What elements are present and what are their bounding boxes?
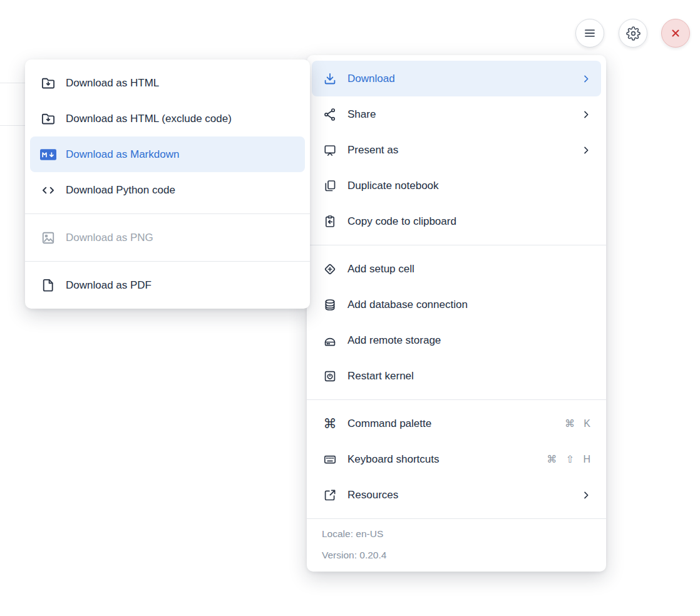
chevron-right-icon [581,110,591,120]
chevron-right-icon [581,74,591,84]
image-icon [40,230,56,246]
submenu-section-image: Download as PNG [25,213,310,261]
folder-download-icon [40,75,56,91]
submenu-item-download-as-html[interactable]: Download as HTML [30,65,305,101]
remote-storage-icon [322,332,338,349]
version-info: Version: 0.20.4 [322,545,591,566]
page-background: Download Share [0,0,700,616]
shortcut-hint: ⌘ ⇧ H [547,453,591,465]
download-icon [322,71,338,87]
menu-item-label: Resources [347,489,572,501]
menu-item-duplicate-notebook[interactable]: Duplicate notebook [312,168,601,203]
code-icon [40,182,56,198]
menu-footer: Locale: en-US Version: 0.20.4 [307,518,606,572]
menu-item-add-database-connection[interactable]: Add database connection [312,287,601,322]
menu-section-notebook: Add setup cell Add database connection [307,245,606,399]
copy-clipboard-icon [322,213,338,230]
menu-item-add-setup-cell[interactable]: Add setup cell [312,251,601,287]
menu-item-download[interactable]: Download [312,61,601,96]
chevron-right-icon [581,145,591,155]
page-rule [0,125,28,126]
menu-item-resources[interactable]: Resources [312,477,601,513]
submenu-item-download-as-markdown[interactable]: Download as Markdown [30,136,305,172]
menu-item-label: Add setup cell [347,263,591,275]
add-cell-icon [322,261,338,277]
shortcut-hint: ⌘ K [565,418,591,429]
menu-item-label: Download as HTML [66,77,295,90]
settings-button[interactable] [619,19,647,48]
locale-info: Locale: en-US [322,523,591,545]
menu-item-restart-kernel[interactable]: Restart kernel [312,358,601,394]
menu-item-label: Add remote storage [347,334,591,347]
menu-section-export: Download Share [307,55,606,245]
page-rule [0,83,28,83]
database-icon [322,297,338,313]
menu-section-help: ⌘ Command palette ⌘ K Keyboard shortcuts… [307,399,606,518]
keyboard-icon [322,451,338,468]
menu-item-label: Present as [347,144,572,157]
menu-item-label: Keyboard shortcuts [347,453,537,466]
menu-item-label: Download [347,73,572,85]
hamburger-menu-button[interactable] [575,19,604,48]
download-submenu: Download as HTML Download as HTML (exclu… [25,59,310,309]
menu-item-label: Download as HTML (exclude code) [66,113,295,125]
menu-item-share[interactable]: Share [312,96,601,132]
markdown-icon [40,146,56,163]
menu-item-copy-code[interactable]: Copy code to clipboard [312,203,601,239]
file-icon [40,277,56,294]
menu-item-label: Download as PNG [66,232,295,244]
share-icon [322,106,338,123]
close-button[interactable] [661,19,690,48]
duplicate-icon [322,178,338,194]
restart-kernel-icon [322,368,338,384]
menu-item-label: Download as Markdown [66,148,295,161]
submenu-item-download-as-pdf[interactable]: Download as PDF [30,267,305,303]
external-link-icon [322,487,338,503]
menu-item-label: Download Python code [66,184,295,197]
menu-item-label: Restart kernel [347,370,591,382]
command-palette-icon: ⌘ [322,416,338,432]
menu-item-label: Duplicate notebook [347,180,591,192]
menu-item-label: Add database connection [347,299,591,311]
submenu-section-pdf: Download as PDF [25,261,310,309]
chevron-right-icon [581,490,591,500]
gear-icon [626,26,641,41]
menu-item-label: Command palette [347,418,555,430]
menu-item-add-remote-storage[interactable]: Add remote storage [312,322,601,358]
menu-item-label: Share [347,108,572,121]
menu-item-keyboard-shortcuts[interactable]: Keyboard shortcuts ⌘ ⇧ H [312,441,601,477]
close-icon [669,27,682,39]
hamburger-icon [583,26,597,40]
present-icon [322,142,338,158]
submenu-item-download-as-html-exclude-code[interactable]: Download as HTML (exclude code) [30,101,305,136]
menu-item-command-palette[interactable]: ⌘ Command palette ⌘ K [312,406,601,441]
menu-item-label: Copy code to clipboard [347,215,591,228]
menu-item-label: Download as PDF [66,279,295,292]
submenu-section-documents: Download as HTML Download as HTML (exclu… [25,59,310,213]
submenu-item-download-as-png[interactable]: Download as PNG [30,220,305,255]
menu-item-present-as[interactable]: Present as [312,132,601,168]
submenu-item-download-python-code[interactable]: Download Python code [30,172,305,208]
folder-download-icon [40,111,56,127]
notebook-context-menu: Download Share [307,55,606,572]
